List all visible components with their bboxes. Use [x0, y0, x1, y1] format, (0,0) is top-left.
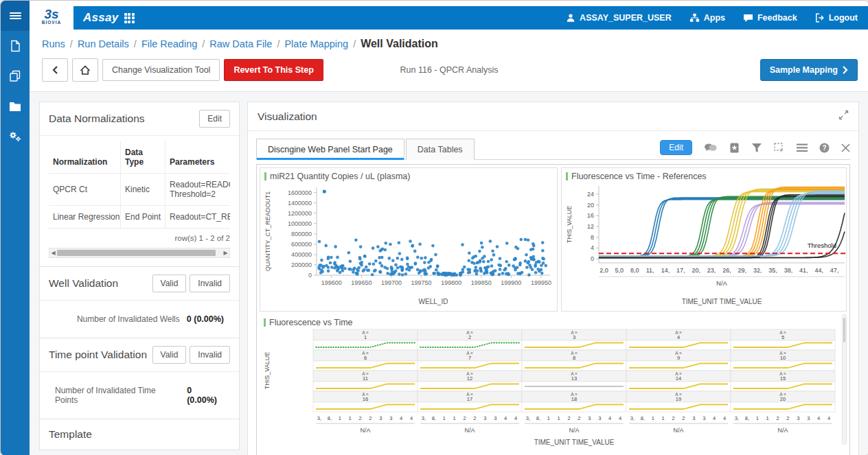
svg-text:1: 1: [547, 415, 550, 421]
user-menu[interactable]: ASSAY_SUPER_USER: [566, 13, 672, 23]
apps-label: Apps: [704, 13, 725, 23]
home-button[interactable]: [72, 58, 98, 82]
viz-content: miR21 Quantity Copies / uL (plasma) 0200…: [256, 164, 850, 455]
svg-text:8,: 8,: [328, 415, 332, 421]
svg-text:0: 0: [308, 272, 312, 279]
app-window: 3s BIOVIA Assay ASSAY_SUPER_USER Apps: [0, 0, 868, 455]
breadcrumb-link[interactable]: Raw Data File: [209, 38, 272, 49]
svg-text:15: 15: [780, 375, 786, 382]
revert-to-this-step-button[interactable]: Revert To This Step: [224, 59, 323, 81]
svg-text:20: 20: [587, 202, 594, 209]
viz-tab-1[interactable]: Discngine Web Panel Start Page: [256, 139, 404, 160]
viz-tab-2[interactable]: Data Tables: [406, 139, 475, 160]
breadcrumb-link[interactable]: Plate Mapping: [284, 38, 348, 49]
svg-text:THIS_VALUE: THIS_VALUE: [566, 206, 573, 243]
table-cell: Linear Regression (Ct): [49, 206, 121, 229]
svg-text:9: 9: [677, 355, 680, 361]
marquee-select-icon[interactable]: [774, 143, 785, 153]
normalizations-edit-button[interactable]: Edit: [199, 110, 230, 128]
scatter-plot-canvas[interactable]: 0200000400000600000800000100000012000001…: [260, 182, 554, 308]
filter-funnel-icon[interactable]: [751, 143, 762, 153]
breadcrumb-link[interactable]: Runs: [42, 38, 65, 49]
svg-text:20,: 20,: [692, 267, 700, 274]
svg-text:4: 4: [608, 415, 611, 421]
invalidated-timepoints-label: Number of Invalidated Time Points: [55, 386, 180, 405]
chevron-left-icon: [52, 65, 59, 75]
copy-pages-icon[interactable]: [1, 61, 30, 91]
chart-title-bar: [264, 318, 266, 327]
svg-text:3: 3: [598, 415, 601, 421]
svg-text:TIME_UNIT TIME_VALUE: TIME_UNIT TIME_VALUE: [534, 439, 615, 446]
scroll-right-arrow[interactable]: ▶: [222, 248, 229, 257]
table-row: QPCR CtKineticReadout=READOUT1 Threshold…: [49, 174, 230, 206]
breadcrumb-separator: /: [134, 38, 137, 49]
help-icon[interactable]: ?: [819, 143, 830, 153]
svg-text:199700: 199700: [381, 279, 402, 286]
col-data-type: Data Type: [121, 141, 165, 174]
svg-text:3: 3: [692, 415, 695, 421]
svg-text:6: 6: [364, 355, 367, 361]
references-line-canvas[interactable]: 04812162024Threshold2,05,08,011,14,17,20…: [562, 182, 850, 308]
svg-text:3: 3: [588, 415, 591, 421]
well-valid-button[interactable]: Valid: [152, 275, 187, 292]
svg-text:199600: 199600: [321, 279, 342, 286]
trellis-canvas[interactable]: A »1A »2A »3A »4A »5A »6A »7A »8A »9A »1…: [260, 328, 841, 450]
scroll-thumb[interactable]: [843, 318, 845, 342]
menu-icon[interactable]: [1, 1, 30, 31]
svg-text:3: 3: [703, 415, 705, 421]
svg-text:1: 1: [652, 415, 654, 421]
bookmark-star-icon[interactable]: [729, 143, 740, 153]
svg-text:4: 4: [400, 415, 402, 421]
feedback-label: Feedback: [757, 13, 797, 23]
sample-mapping-label: Sample Mapping: [770, 65, 838, 75]
svg-text:23,: 23,: [707, 267, 716, 274]
table-h-scrollbar[interactable]: ◀ ▶: [49, 248, 230, 258]
svg-text:2: 2: [567, 415, 570, 421]
svg-text:5: 5: [781, 334, 784, 340]
menu-lines-icon[interactable]: [797, 143, 808, 152]
settings-gears-icon[interactable]: [1, 121, 30, 152]
svg-text:4: 4: [504, 415, 507, 421]
svg-text:4: 4: [677, 334, 680, 340]
svg-text:19: 19: [676, 396, 681, 402]
close-icon[interactable]: [841, 143, 850, 152]
expand-icon[interactable]: [838, 110, 849, 123]
breadcrumb-link[interactable]: File Reading: [141, 38, 197, 49]
breadcrumb-link[interactable]: Run Details: [78, 38, 129, 49]
svg-text:3,: 3,: [422, 415, 426, 421]
well-invalid-button[interactable]: Invalid: [190, 275, 230, 292]
app-grid-icon[interactable]: [124, 13, 135, 23]
sample-mapping-button[interactable]: Sample Mapping: [760, 59, 858, 81]
change-visualization-tool-button[interactable]: Change Visualization Tool: [102, 59, 220, 81]
svg-text:29,: 29,: [738, 267, 747, 274]
svg-text:8,: 8,: [432, 415, 436, 421]
svg-text:600000: 600000: [291, 241, 312, 248]
scroll-thumb[interactable]: [57, 250, 216, 256]
feedback-link[interactable]: Feedback: [743, 13, 797, 23]
apps-link[interactable]: Apps: [689, 13, 725, 23]
chart-title-bar: [264, 172, 266, 180]
svg-text:N/A: N/A: [777, 427, 788, 434]
trellis-v-scrollbar[interactable]: [842, 314, 847, 445]
user-label: ASSAY_SUPER_USER: [580, 13, 672, 23]
timepoint-validation-section: Time point Validation Valid Invalid Numb…: [40, 338, 239, 419]
svg-text:7: 7: [468, 355, 471, 361]
scroll-left-arrow[interactable]: ◀: [49, 248, 57, 257]
top-nav: ASSAY_SUPER_USER Apps Feedback Logout: [566, 13, 868, 23]
timepoint-invalid-button[interactable]: Invalid: [190, 346, 230, 364]
svg-text:199750: 199750: [411, 279, 432, 286]
brand-logo: 3s BIOVIA: [30, 1, 73, 32]
timepoint-valid-button[interactable]: Valid: [152, 346, 187, 364]
svg-text:199650: 199650: [351, 279, 372, 286]
comments-icon[interactable]: [704, 143, 718, 153]
document-icon[interactable]: [1, 31, 30, 61]
viz-tab-bar: Discngine Web Panel Start PageData Table…: [256, 138, 850, 160]
folder-icon[interactable]: [1, 91, 30, 121]
back-button[interactable]: [42, 58, 68, 82]
svg-text:2: 2: [463, 415, 466, 421]
svg-text:14,: 14,: [661, 267, 670, 274]
svg-text:199900: 199900: [501, 279, 521, 286]
logout-link[interactable]: Logout: [815, 13, 858, 23]
timepoint-validation-title: Time point Validation: [49, 349, 147, 361]
viz-edit-button[interactable]: Edit: [660, 140, 692, 155]
